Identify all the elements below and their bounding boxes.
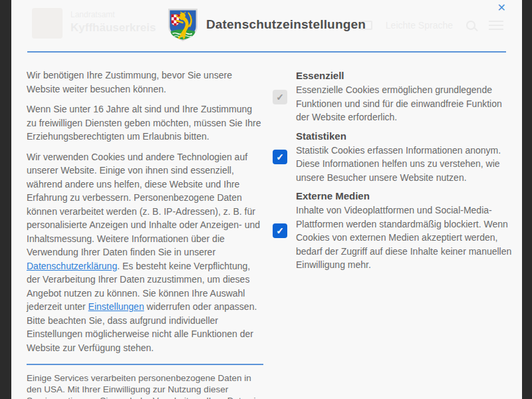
cookie-categories: ✓ Essenziell Essenzielle Cookies ermögli… [273,68,512,399]
category-statistics: ✓ Statistiken Statistik Cookies erfassen… [273,130,512,185]
checkmark-icon: ✓ [276,92,284,102]
category-external-media: ✓ Externe Medien Inhalte von Videoplattf… [273,190,512,272]
checkmark-icon: ✓ [276,226,284,235]
usa-disclaimer-paragraph: Einige Services verarbeiten personenbezo… [27,372,263,399]
dialog-title: Datenschutzeinstellungen [206,17,366,32]
category-essential-title: Essenziell [296,70,512,81]
statistics-checkbox[interactable]: ✓ [273,150,287,164]
category-external-media-description: Inhalte von Videoplattformen und Social-… [296,203,512,272]
dialog-header: Datenschutzeinstellungen ✕ [11,0,522,41]
category-external-media-title: Externe Medien [296,190,512,201]
page-content-area: Landratsamt Kyffhäuserkreis Leichte Spra… [11,0,522,399]
privacy-settings-dialog: Datenschutzeinstellungen ✕ Wir benötigen… [11,0,522,399]
intro-paragraph-1: Wir benötigen Ihre Zustimmung, bevor Sie… [27,68,263,96]
external-media-checkbox[interactable]: ✓ [273,223,287,238]
category-statistics-description: Statistik Cookies erfassen Informationen… [296,144,512,185]
privacy-policy-link[interactable]: Datenschutzerklärung [27,261,117,271]
essential-checkbox: ✓ [273,90,287,104]
intro-p3-text-1: Wir verwenden Cookies und andere Technol… [27,152,260,258]
consent-intro-text: Wir benötigen Ihre Zustimmung, bevor Sie… [27,68,263,399]
category-statistics-title: Statistiken [296,130,512,142]
checkmark-icon: ✓ [276,152,284,162]
category-essential: ✓ Essenziell Essenzielle Cookies ermögli… [273,70,512,124]
intro-paragraph-2: Wenn Sie unter 16 Jahre alt sind und Ihr… [27,102,263,144]
usa-section-divider [27,364,263,365]
settings-link[interactable]: Einstellungen [88,301,144,312]
close-icon[interactable]: ✕ [497,3,506,13]
coat-of-arms-logo [168,8,198,41]
intro-paragraph-3: Wir verwenden Cookies und andere Technol… [27,150,263,355]
category-essential-description: Essenzielle Cookies ermöglichen grundleg… [296,83,512,124]
